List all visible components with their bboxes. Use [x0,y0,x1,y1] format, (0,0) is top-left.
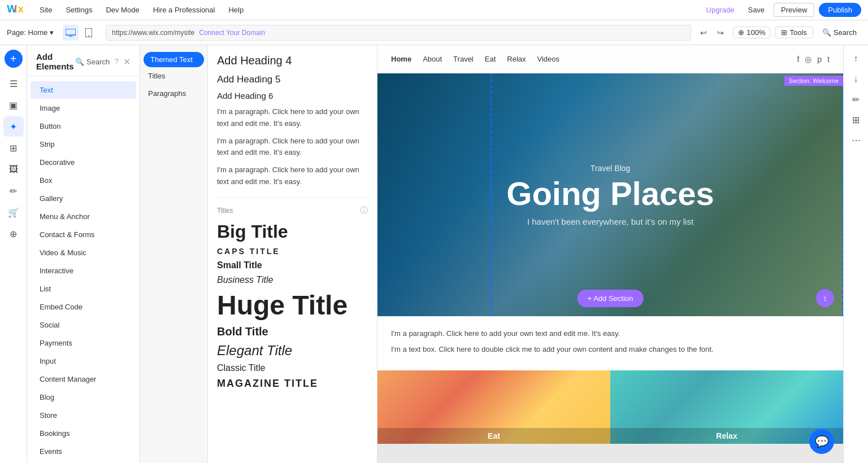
add-heading-4[interactable]: Add Heading 4 [217,54,368,67]
panel-item-interactive[interactable]: Interactive [31,262,136,279]
panel-item-content-manager[interactable]: Content Manager [31,370,136,388]
main-area: + ☰ ▣ ✦ ⊞ 🖼 ✏ 🛒 ⊕ Add Elements 🔍 Search … [0,45,868,463]
undo-button[interactable]: ↩ [696,25,711,41]
info-icon[interactable]: ⓘ [360,206,368,216]
sidebar-media-icon[interactable]: 🖼 [3,159,24,180]
title-small[interactable]: Small Title [217,260,368,270]
panel-help-icon[interactable]: ? [114,57,119,66]
sub-panel-titles[interactable]: Titles [140,67,207,85]
panel-item-store[interactable]: Store [31,407,136,424]
pinterest-icon[interactable]: p [817,55,822,64]
panel-search-button[interactable]: 🔍 Search [75,58,110,66]
nav-site[interactable]: Site [34,0,58,20]
panel-item-decorative[interactable]: Decorative [31,154,136,171]
panel-item-blog[interactable]: Blog [31,388,136,406]
desktop-icon[interactable] [63,25,79,41]
nav-devmode[interactable]: Dev Mode [100,0,145,20]
right-tool-scroll-down[interactable]: ↓ [847,70,865,88]
panel-item-events[interactable]: Events [31,443,136,460]
right-tool-layers[interactable]: ⊞ [847,111,865,129]
panel-close-icon[interactable]: ✕ [123,56,131,67]
nav-settings[interactable]: Settings [60,0,98,20]
panel-item-image[interactable]: Image [31,99,136,117]
sidebar-blog-icon[interactable]: ✏ [3,181,24,201]
title-business[interactable]: Business Title [217,275,368,285]
search-label: Search [834,28,857,37]
panel-item-bookings[interactable]: Bookings [31,425,136,442]
mobile-icon[interactable] [81,25,97,41]
site-nav-travel[interactable]: Travel [453,55,474,63]
below-hero-para-2[interactable]: I'm a text box. Click here to double cli… [391,343,830,356]
search-button[interactable]: 🔍 Search [818,28,861,37]
title-classic[interactable]: Classic Title [217,363,368,373]
nav-help[interactable]: Help [223,0,249,20]
image-cell-eat[interactable]: Eat [377,370,610,444]
title-huge[interactable]: Huge Title [217,290,368,321]
page-selector[interactable]: Page: Home ▾ [7,28,54,37]
panel-header-actions: 🔍 Search ? ✕ [75,56,131,67]
facebook-icon[interactable]: f [797,55,799,64]
sidebar-layers-icon[interactable]: ⊕ [3,224,24,244]
left-sidebar: + ☰ ▣ ✦ ⊞ 🖼 ✏ 🛒 ⊕ [0,45,27,463]
site-nav-about[interactable]: About [423,55,442,63]
publish-button[interactable]: Publish [819,3,861,17]
add-heading-6[interactable]: Add Heading 6 [217,91,368,101]
panel-item-contact[interactable]: Contact & Forms [31,226,136,243]
panel-item-button[interactable]: Button [31,117,136,135]
add-element-fab[interactable]: + [5,50,23,68]
below-hero-para-1[interactable]: I'm a paragraph. Click here to add your … [391,327,830,340]
url-bar[interactable]: https://www.wix.com/mysite Connect Your … [106,25,691,41]
sidebar-wixstore-icon[interactable]: 🛒 [3,202,24,222]
sidebar-apps-icon[interactable]: ⊞ [3,138,24,158]
nav-hire[interactable]: Hire a Professional [147,0,221,20]
panel-item-menu[interactable]: Menu & Anchor [31,208,136,225]
panel-item-list[interactable]: List [31,280,136,298]
add-section-button[interactable]: + Add Section [578,290,644,307]
panel-item-box[interactable]: Box [31,172,136,189]
upgrade-button[interactable]: Upgrade [702,6,739,14]
panel-item-gallery[interactable]: Gallery [31,190,136,207]
connect-domain-link[interactable]: Connect Your Domain [199,29,265,37]
title-bold[interactable]: Bold Title [217,325,368,338]
save-button[interactable]: Save [743,6,769,14]
right-tool-more[interactable]: ⋯ [847,131,865,149]
sub-panel-paragraphs[interactable]: Paragraphs [140,85,207,102]
panel-item-input[interactable]: Input [31,352,136,370]
title-elegant[interactable]: Elegant Title [217,343,368,359]
zoom-control[interactable]: ⊕ 100% [733,27,770,38]
titles-label: Titles [217,207,233,215]
sidebar-add-icon[interactable]: ✦ [3,116,24,137]
resize-handle[interactable]: ↕ [816,289,834,307]
panel-item-strip[interactable]: Strip [31,136,136,153]
twitter-icon[interactable]: t [827,55,830,64]
image-cell-relax[interactable]: Relax [610,370,843,444]
panel-item-social[interactable]: Social [31,316,136,334]
paragraph-1[interactable]: I'm a paragraph. Click here to add your … [217,106,368,130]
site-nav-videos[interactable]: Videos [537,55,560,63]
sub-panel-themed-text[interactable]: Themed Text [144,52,204,67]
title-caps[interactable]: CAPS TITLE [217,247,368,256]
add-heading-5[interactable]: Add Heading 5 [217,74,368,85]
redo-button[interactable]: ↪ [713,25,728,41]
title-big[interactable]: Big Title [217,221,368,242]
title-magazine[interactable]: MAGAZINE TITLE [217,378,368,390]
sidebar-pages-icon[interactable]: ☰ [3,73,24,94]
site-nav-relax[interactable]: Relax [507,55,526,63]
right-tool-scroll-up[interactable]: ↑ [847,50,865,68]
tools-button[interactable]: ⊞ Tools [775,27,813,38]
chat-button[interactable]: 💬 [809,429,834,454]
instagram-icon[interactable]: ◎ [805,55,811,64]
preview-button[interactable]: Preview [774,3,814,17]
panel-item-community[interactable]: Community [31,461,136,463]
paragraph-3[interactable]: I'm a paragraph. Click here to add your … [217,164,368,188]
panel-item-text[interactable]: Text [31,81,136,99]
panel-item-embed[interactable]: Embed Code [31,298,136,316]
sidebar-sections-icon[interactable]: ▣ [3,95,24,115]
paragraph-2[interactable]: I'm a paragraph. Click here to add your … [217,136,368,159]
site-nav-home[interactable]: Home [391,55,411,63]
site-nav-eat[interactable]: Eat [485,55,496,63]
right-tool-edit[interactable]: ✏ [847,90,865,108]
search-icon: 🔍 [822,28,831,37]
panel-item-payments[interactable]: Payments [31,334,136,352]
panel-item-video[interactable]: Video & Music [31,244,136,261]
